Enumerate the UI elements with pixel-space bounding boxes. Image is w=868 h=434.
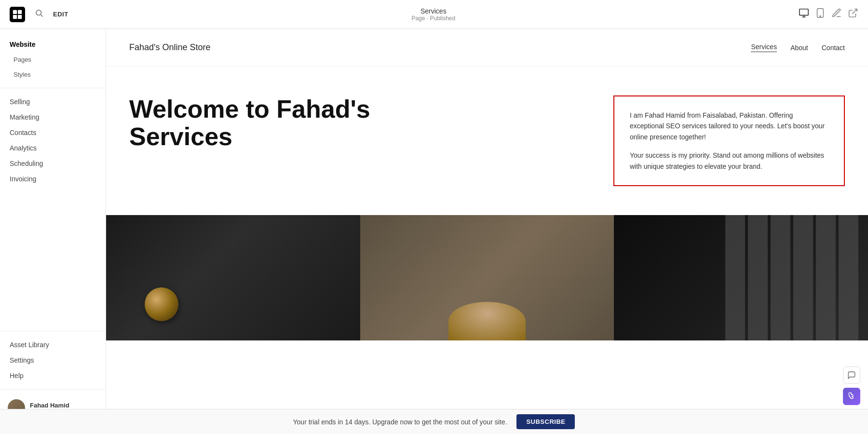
svg-line-11 [852, 9, 857, 14]
hero-paragraph-2: Your success is my priority. Stand out a… [630, 150, 828, 172]
hero-paragraph-1: I am Fahad Hamid from Faisalabad, Pakist… [630, 110, 828, 142]
subscribe-button[interactable]: SUBSCRIBE [516, 414, 575, 429]
gallery-item-1[interactable] [106, 215, 360, 340]
sidebar: Website Pages Styles Selling Marketing C… [0, 29, 106, 434]
gallery-item-2[interactable] [360, 215, 614, 340]
trial-message: Your trial ends in 14 days. Upgrade now … [293, 418, 507, 426]
edit-label[interactable]: EDIT [53, 11, 68, 18]
brain-icon[interactable] [843, 388, 860, 405]
external-link-icon[interactable] [848, 8, 858, 21]
sidebar-item-marketing[interactable]: Marketing [0, 109, 106, 125]
nav-about[interactable]: About [790, 44, 808, 52]
hero-section: Welcome to Fahad's Services I am Fahad H… [106, 67, 868, 205]
sidebar-divider-3 [0, 389, 106, 390]
sidebar-item-settings[interactable]: Settings [0, 353, 106, 368]
sidebar-item-website[interactable]: Website [0, 37, 106, 52]
sidebar-item-contacts[interactable]: Contacts [0, 125, 106, 140]
page-status: Page · Published [411, 15, 455, 22]
squarespace-logo[interactable] [10, 7, 25, 22]
svg-rect-3 [18, 14, 22, 18]
svg-point-4 [36, 10, 41, 15]
hero-title: Welcome to Fahad's Services [129, 95, 370, 150]
sidebar-item-selling[interactable]: Selling [0, 94, 106, 109]
image-gallery [106, 215, 868, 340]
svg-rect-1 [18, 10, 22, 14]
top-bar-center: Services Page · Published [411, 7, 455, 22]
preview-area: Fahad's Online Store Services About Cont… [106, 29, 868, 434]
trial-banner: Your trial ends in 14 days. Upgrade now … [0, 409, 868, 434]
sidebar-divider-1 [0, 88, 106, 88]
svg-rect-6 [800, 9, 808, 15]
hero-left: Welcome to Fahad's Services [129, 95, 594, 150]
sidebar-main-section: Website Pages Styles Selling Marketing C… [0, 37, 106, 319]
site-header: Fahad's Online Store Services About Cont… [106, 29, 868, 67]
nav-services[interactable]: Services [751, 43, 777, 52]
page-name: Services [411, 7, 455, 15]
svg-line-5 [41, 15, 43, 17]
search-button[interactable] [33, 7, 45, 22]
gallery-item-3[interactable] [614, 215, 868, 340]
site-nav: Services About Contact [751, 43, 845, 52]
top-bar: EDIT Services Page · Published [0, 0, 868, 29]
desktop-icon[interactable] [799, 8, 809, 21]
vertical-lines-decoration [716, 215, 868, 340]
svg-point-10 [820, 16, 821, 17]
sidebar-item-analytics[interactable]: Analytics [0, 140, 106, 156]
bottom-right-icons [843, 366, 860, 405]
svg-rect-0 [13, 10, 17, 14]
user-name: Fahad Hamid [30, 402, 89, 409]
sidebar-item-asset-library[interactable]: Asset Library [0, 337, 106, 353]
sphere-decoration [145, 287, 178, 321]
hero-text-box[interactable]: I am Fahad Hamid from Faisalabad, Pakist… [613, 95, 845, 186]
pen-icon[interactable] [831, 8, 842, 21]
svg-rect-2 [13, 14, 17, 18]
sidebar-divider-2 [0, 331, 106, 331]
top-bar-left: EDIT [10, 7, 68, 22]
furniture-decoration [448, 302, 526, 340]
sidebar-item-pages[interactable]: Pages [0, 52, 106, 67]
sidebar-item-help[interactable]: Help [0, 368, 106, 383]
sidebar-item-styles[interactable]: Styles [0, 67, 106, 82]
site-logo: Fahad's Online Store [129, 42, 211, 53]
top-bar-right [799, 8, 858, 21]
main-layout: Website Pages Styles Selling Marketing C… [0, 29, 868, 434]
comments-icon[interactable] [843, 366, 860, 384]
tablet-icon[interactable] [815, 8, 826, 21]
sidebar-item-invoicing[interactable]: Invoicing [0, 171, 106, 187]
nav-contact[interactable]: Contact [822, 44, 845, 52]
sidebar-item-scheduling[interactable]: Scheduling [0, 156, 106, 171]
